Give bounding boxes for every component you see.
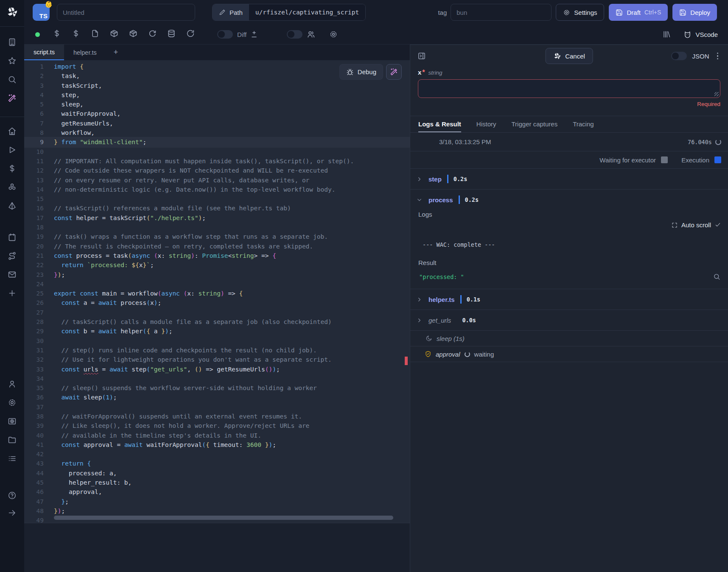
tab-tracing[interactable]: Tracing: [573, 116, 594, 132]
sidebar-item-star-icon[interactable]: [0, 56, 24, 66]
code-line-24[interactable]: 24: [24, 279, 410, 289]
toolbar-dollar-icon[interactable]: [53, 29, 61, 38]
autoscroll-control[interactable]: Auto scroll: [410, 221, 728, 229]
library-icon[interactable]: [662, 30, 671, 39]
sidebar-item-wand-icon[interactable]: [0, 93, 24, 103]
sidebar-item-play-icon[interactable]: [0, 145, 24, 155]
sidebar-item-search-icon[interactable]: [0, 74, 24, 84]
timeline-row-get-urls[interactable]: get_urls 0.0s: [410, 310, 728, 331]
diff-icon[interactable]: [250, 30, 258, 39]
code-line-20[interactable]: 20// The result is checkpointed — on ret…: [24, 242, 410, 251]
sidebar-item-dollar-icon[interactable]: [0, 163, 24, 173]
code-line-15[interactable]: 15: [24, 194, 410, 204]
code-line-12[interactable]: 12// Code outside these wrappers is NOT …: [24, 166, 410, 175]
toolbar-rotate-icon[interactable]: [148, 29, 157, 38]
x-value-textarea[interactable]: [418, 79, 720, 98]
sidebar-item-gear-icon[interactable]: [0, 397, 24, 407]
code-line-4[interactable]: 4 step,: [24, 90, 410, 100]
vscode-button[interactable]: VScode: [683, 31, 718, 39]
code-line-22[interactable]: 22 return `processed: ${x}`;: [24, 260, 410, 270]
ai-wand-button[interactable]: [386, 64, 402, 80]
code-line-30[interactable]: 30: [24, 336, 410, 346]
toolbar-refresh-icon[interactable]: [186, 29, 195, 38]
multiplayer-toggle[interactable]: [287, 30, 302, 39]
code-line-37[interactable]: 37: [24, 402, 410, 412]
toolbar-package-icon[interactable]: [110, 29, 118, 38]
cancel-button[interactable]: Cancel: [545, 48, 593, 64]
code-line-38[interactable]: 38 // waitForApproval() suspends until a…: [24, 412, 410, 421]
expand-logs-icon[interactable]: [672, 222, 678, 228]
tab-helper-ts[interactable]: helper.ts: [64, 45, 106, 60]
code-line-7[interactable]: 7 getResumeUrls,: [24, 119, 410, 128]
code-line-9[interactable]: 9} from "windmill-client";: [24, 137, 410, 147]
editor-settings-gear-icon[interactable]: [329, 30, 338, 39]
script-title-input[interactable]: [57, 4, 195, 21]
code-line-46[interactable]: 46 approval,: [24, 487, 410, 497]
diff-toggle[interactable]: [217, 30, 233, 39]
code-line-14[interactable]: 14// non-deterministic logic (e.g. Date.…: [24, 185, 410, 194]
tab-trigger-captures[interactable]: Trigger captures: [512, 116, 558, 132]
settings-button[interactable]: Settings: [556, 4, 604, 21]
code-line-13[interactable]: 13// on every resume or retry. Never put…: [24, 176, 410, 185]
code-line-10[interactable]: 10: [24, 147, 410, 156]
code-line-47[interactable]: 47 };: [24, 497, 410, 506]
code-line-26[interactable]: 26 const a = await process(x);: [24, 298, 410, 307]
code-line-44[interactable]: 44 processed: a,: [24, 469, 410, 478]
edit-path-button[interactable]: Path: [213, 4, 249, 20]
timeline-row-sleep[interactable]: sleep (1s): [410, 331, 728, 346]
code-line-23[interactable]: 23});: [24, 270, 410, 279]
code-line-35[interactable]: 35 // sleep() suspends the workflow serv…: [24, 383, 410, 393]
timeline-row-step[interactable]: step 0.2s: [410, 169, 728, 190]
sidebar-item-plus-icon[interactable]: [0, 288, 24, 298]
sidebar-item-building-icon[interactable]: [0, 37, 24, 47]
tab-history[interactable]: History: [476, 116, 496, 132]
sidebar-item-mail-icon[interactable]: [0, 269, 24, 279]
add-tab-button[interactable]: +: [106, 45, 126, 60]
timeline-row-process[interactable]: process 0.2s Logs Auto scroll --- WAC: c…: [410, 190, 728, 289]
code-line-36[interactable]: 36 await sleep(1);: [24, 393, 410, 402]
collapse-panel-icon[interactable]: [417, 52, 426, 60]
code-line-27[interactable]: 27: [24, 308, 410, 317]
toolbar-file-icon[interactable]: [91, 29, 99, 38]
code-line-48[interactable]: 48});: [24, 506, 410, 516]
code-line-45[interactable]: 45 helper_result: b,: [24, 478, 410, 487]
sidebar-item-home-icon[interactable]: [0, 126, 24, 136]
code-line-39[interactable]: 39 // Like sleep(), it does not hold a w…: [24, 421, 410, 430]
code-line-21[interactable]: 21const process = task(async (x: string)…: [24, 251, 410, 260]
code-line-11[interactable]: 11// IMPORTANT: All computation must hap…: [24, 156, 410, 166]
code-line-18[interactable]: 18: [24, 223, 410, 232]
code-line-16[interactable]: 16// taskScript() references a module fi…: [24, 204, 410, 213]
code-line-3[interactable]: 3 taskScript,: [24, 81, 410, 90]
code-line-42[interactable]: 42: [24, 449, 410, 459]
code-line-41[interactable]: 41 const approval = await waitForApprova…: [24, 440, 410, 449]
sidebar-item-calendar-icon[interactable]: [0, 232, 24, 242]
sidebar-item-list-icon[interactable]: [0, 453, 24, 463]
toolbar-database-icon[interactable]: [167, 29, 176, 38]
code-line-17[interactable]: 17const helper = taskScript("./helper.ts…: [24, 213, 410, 223]
code-line-34[interactable]: 34: [24, 374, 410, 383]
code-line-29[interactable]: 29 const b = await helper({ a });: [24, 326, 410, 336]
horizontal-scrollbar[interactable]: [54, 516, 393, 520]
code-line-19[interactable]: 19// task() wraps a function as a workfl…: [24, 232, 410, 241]
timeline-row-helper[interactable]: helper.ts 0.1s: [410, 289, 728, 310]
sidebar-item-pyramid-icon[interactable]: [0, 201, 24, 211]
inspect-result-icon[interactable]: [713, 273, 720, 280]
code-line-33[interactable]: 33 const urls = await step("get_urls", (…: [24, 365, 410, 374]
code-line-8[interactable]: 8 workflow,: [24, 128, 410, 137]
sidebar-item-help-icon[interactable]: [0, 490, 24, 500]
run-summary-row[interactable]: 3/18, 03:13:25 PM 76.040s: [410, 133, 728, 151]
sidebar-item-folder-icon[interactable]: [0, 435, 24, 445]
code-line-28[interactable]: 28 // taskScript() calls a module file a…: [24, 317, 410, 326]
json-toggle[interactable]: [671, 52, 687, 60]
sidebar-item-user-icon[interactable]: [0, 379, 24, 389]
sidebar-item-workers-icon[interactable]: [0, 416, 24, 426]
code-line-25[interactable]: 25export const main = workflow(async (x:…: [24, 289, 410, 298]
sidebar-item-arrow-right-icon[interactable]: [0, 508, 24, 518]
sidebar-item-route-icon[interactable]: [0, 251, 24, 261]
code-editor[interactable]: 1import {2 task,3 taskScript,4 step,5 sl…: [24, 60, 410, 523]
timeline-row-approval[interactable]: approval waiting: [410, 346, 728, 362]
resize-grip[interactable]: [714, 92, 719, 96]
windmill-logo-icon[interactable]: [0, 6, 24, 18]
code-line-32[interactable]: 32 // Use it for lightweight operations …: [24, 355, 410, 364]
tag-input[interactable]: [451, 4, 552, 21]
